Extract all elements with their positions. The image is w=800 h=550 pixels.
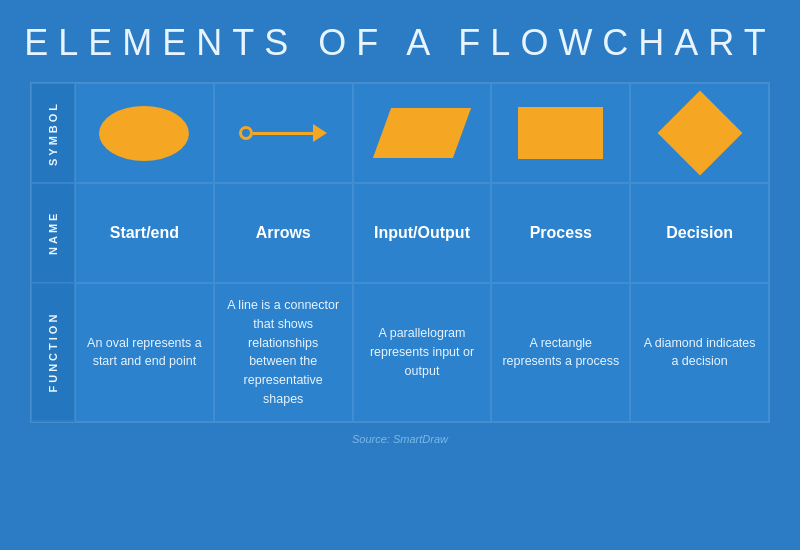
source-label: Source: SmartDraw (352, 433, 448, 445)
name-decision: Decision (630, 183, 769, 283)
name-input-output-text: Input/Output (374, 224, 470, 242)
function-arrows: A line is a connector that shows relatio… (214, 283, 353, 422)
name-row-label: NAME (31, 183, 75, 283)
symbol-process (491, 83, 630, 183)
symbol-input-output (353, 83, 492, 183)
name-arrows-text: Arrows (256, 224, 311, 242)
rectangle-shape (518, 107, 603, 159)
function-arrows-text: A line is a connector that shows relatio… (223, 296, 344, 409)
function-input-output: A parallelogram represents input or outp… (353, 283, 492, 422)
symbol-row-label: SYMBOL (31, 83, 75, 183)
diamond-shape (657, 91, 742, 176)
function-row-label: FUNCTION (31, 283, 75, 422)
arrow-head (313, 124, 327, 142)
flowchart-table: SYMBOL NAME Start/end Arrows Input/Outpu… (30, 82, 770, 423)
function-process-text: A rectangle represents a process (500, 334, 621, 372)
name-input-output: Input/Output (353, 183, 492, 283)
symbol-arrows (214, 83, 353, 183)
page-title: ELEMENTS OF A FLOWCHART (24, 22, 775, 64)
arrow-line (253, 132, 313, 135)
function-decision-text: A diamond indicates a decision (639, 334, 760, 372)
function-decision: A diamond indicates a decision (630, 283, 769, 422)
name-start-end: Start/end (75, 183, 214, 283)
function-input-output-text: A parallelogram represents input or outp… (362, 324, 483, 380)
name-arrows: Arrows (214, 183, 353, 283)
symbol-start-end (75, 83, 214, 183)
name-decision-text: Decision (666, 224, 733, 242)
oval-shape (99, 106, 189, 161)
function-start-end-text: An oval represents a start and end point (84, 334, 205, 372)
arrow-shape (239, 124, 327, 142)
symbol-decision (630, 83, 769, 183)
parallelogram-shape (373, 108, 471, 158)
function-process: A rectangle represents a process (491, 283, 630, 422)
name-process: Process (491, 183, 630, 283)
name-process-text: Process (530, 224, 592, 242)
name-start-end-text: Start/end (110, 224, 179, 242)
arrow-circle (239, 126, 253, 140)
function-start-end: An oval represents a start and end point (75, 283, 214, 422)
